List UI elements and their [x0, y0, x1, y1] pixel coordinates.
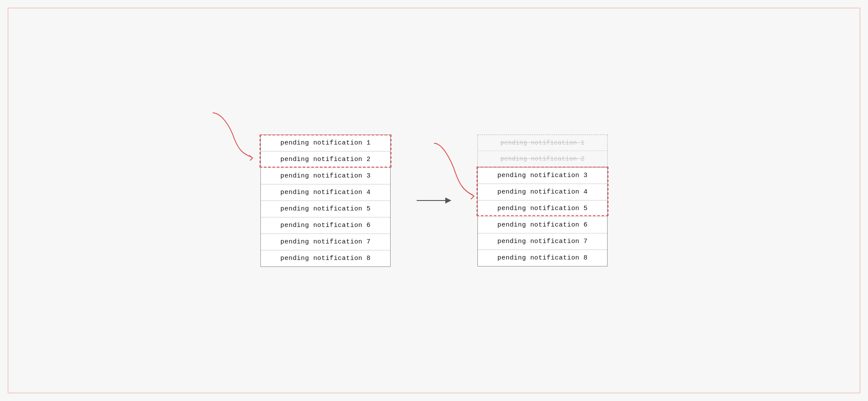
list-item: pending notification 7 — [261, 234, 390, 250]
right-dismissed-box: pending notification 1 pending notificat… — [477, 135, 608, 167]
list-item: pending notification 8 — [261, 250, 390, 266]
left-arrow-annotation — [208, 108, 265, 161]
list-item: pending notification 4 — [478, 184, 607, 200]
diagram: pending notification 1 pending notificat… — [260, 135, 608, 267]
list-item: pending notification 8 — [478, 250, 607, 266]
list-item: pending notification 7 — [478, 233, 607, 250]
list-item: pending notification 3 — [478, 168, 607, 184]
dismissed-item: pending notification 1 — [478, 135, 607, 151]
list-item: pending notification 6 — [478, 217, 607, 233]
dismissed-item: pending notification 2 — [478, 151, 607, 167]
center-arrow — [417, 194, 451, 207]
right-panel: pending notification 1 pending notificat… — [477, 135, 608, 266]
right-active-section: pending notification 3 pending notificat… — [477, 167, 608, 266]
arrow-right-icon — [417, 194, 451, 207]
list-item: pending notification 1 — [261, 135, 390, 151]
content-area: pending notification 1 pending notificat… — [0, 0, 868, 401]
svg-marker-1 — [445, 197, 451, 204]
list-item: pending notification 4 — [261, 184, 390, 201]
left-notification-list: pending notification 1 pending notificat… — [260, 135, 391, 267]
list-item: pending notification 6 — [261, 217, 390, 234]
left-panel: pending notification 1 pending notificat… — [260, 135, 391, 267]
list-item: pending notification 5 — [478, 200, 607, 217]
list-item: pending notification 2 — [261, 151, 390, 168]
list-item: pending notification 5 — [261, 201, 390, 217]
list-item: pending notification 3 — [261, 168, 390, 184]
right-notification-list: pending notification 3 pending notificat… — [477, 167, 608, 266]
